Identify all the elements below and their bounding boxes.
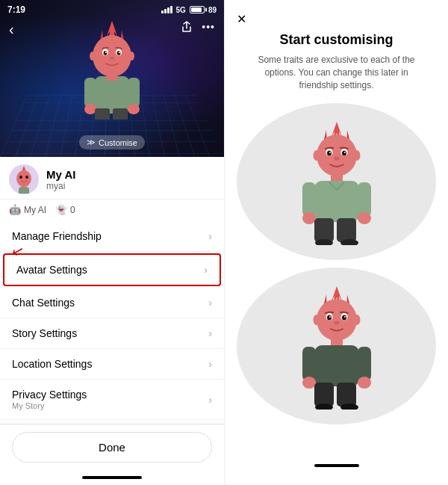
- avatar-option-2[interactable]: [237, 268, 436, 424]
- battery-level: 89: [208, 6, 217, 14]
- svg-rect-65: [302, 347, 316, 381]
- svg-rect-19: [95, 108, 110, 120]
- avatar-settings-label: Avatar Settings: [16, 264, 87, 276]
- chat-settings-label: Chat Settings: [12, 297, 75, 309]
- svg-rect-64: [314, 345, 359, 386]
- profile-avatar-small: [9, 164, 39, 194]
- svg-point-24: [25, 176, 28, 179]
- svg-point-17: [84, 104, 96, 114]
- chevron-icon: ›: [204, 264, 208, 276]
- phone-top-area: 7:19 5G 89 ‹: [0, 0, 224, 157]
- menu-item-send-profile[interactable]: Send Profile To ...: [0, 420, 224, 424]
- status-icons: 5G 89: [161, 6, 217, 14]
- customise-description: Some traits are exclusive to each of the…: [237, 54, 436, 91]
- svg-point-61: [313, 315, 320, 325]
- svg-rect-70: [337, 383, 356, 407]
- svg-point-36: [344, 152, 346, 153]
- menu-item-avatar-settings[interactable]: Avatar Settings ›: [3, 253, 221, 286]
- battery-icon: [190, 6, 205, 13]
- svg-rect-14: [107, 73, 117, 81]
- svg-point-11: [90, 52, 96, 61]
- svg-point-30: [317, 135, 357, 176]
- avatar-options: [237, 103, 436, 452]
- avatar-option-1[interactable]: [237, 103, 436, 260]
- close-button[interactable]: ✕: [237, 12, 436, 26]
- svg-point-68: [358, 377, 371, 389]
- svg-point-6: [104, 51, 108, 55]
- done-button[interactable]: Done: [12, 432, 212, 463]
- status-time: 7:19: [7, 4, 25, 15]
- signal-label: 5G: [176, 6, 186, 14]
- stat-score-value: 0: [70, 205, 75, 215]
- svg-point-45: [358, 212, 371, 224]
- stat-myai-label: My AI: [24, 205, 46, 215]
- svg-point-60: [334, 321, 339, 325]
- menu-item-story-settings[interactable]: Story Settings ›: [0, 318, 224, 349]
- right-panel: ✕ Start customising Some traits are excl…: [224, 0, 448, 485]
- svg-point-22: [16, 170, 31, 187]
- svg-point-37: [334, 157, 339, 161]
- story-settings-label: Story Settings: [12, 327, 77, 339]
- svg-point-58: [329, 316, 331, 318]
- menu-item-location-settings[interactable]: Location Settings ›: [0, 349, 224, 380]
- home-indicator: [0, 470, 224, 485]
- svg-rect-47: [337, 218, 356, 242]
- menu-item-chat-settings[interactable]: Chat Settings ›: [0, 288, 224, 318]
- more-options-icon[interactable]: •••: [202, 21, 215, 38]
- myai-icon: 🤖: [9, 204, 21, 215]
- svg-point-23: [19, 176, 22, 179]
- top-nav: ‹ •••: [0, 16, 224, 43]
- profile-section: My AI myai: [0, 157, 224, 200]
- svg-rect-13: [95, 76, 129, 114]
- nav-right-icons: •••: [181, 21, 215, 38]
- chevron-icon: ›: [208, 297, 212, 309]
- menu-item-manage-friendship[interactable]: Manage Friendship ›: [0, 221, 224, 252]
- svg-rect-69: [314, 383, 334, 407]
- svg-rect-43: [358, 182, 371, 217]
- svg-point-7: [117, 51, 121, 55]
- chevron-icon: ›: [208, 394, 212, 406]
- profile-info: My AI myai: [46, 168, 215, 191]
- chevron-icon: ›: [208, 358, 212, 370]
- svg-point-10: [110, 57, 114, 60]
- home-bar: [82, 476, 142, 479]
- svg-point-38: [313, 150, 320, 161]
- svg-point-34: [342, 151, 346, 156]
- profile-stats: 🤖 My AI 👻 0: [0, 204, 224, 221]
- customise-badge[interactable]: ≫ Customise: [79, 135, 145, 149]
- svg-point-33: [327, 151, 332, 156]
- avatar-settings-container: ↙ Avatar Settings ›: [0, 252, 224, 288]
- privacy-settings-label: Privacy Settings: [12, 389, 87, 401]
- privacy-settings-sublabel: My Story: [12, 401, 87, 410]
- svg-point-12: [128, 52, 134, 61]
- score-icon: 👻: [55, 204, 67, 215]
- chevron-icon: ›: [208, 327, 212, 339]
- profile-username: myai: [46, 181, 215, 191]
- chevron-icon: ›: [208, 230, 212, 242]
- svg-point-35: [329, 152, 331, 153]
- stat-score: 👻 0: [55, 204, 75, 215]
- svg-point-39: [353, 150, 360, 161]
- svg-point-56: [327, 315, 332, 321]
- manage-friendship-label: Manage Friendship: [12, 230, 102, 242]
- svg-point-59: [344, 316, 346, 318]
- back-icon[interactable]: ‹: [9, 21, 14, 38]
- svg-point-44: [302, 212, 316, 224]
- right-home-indicator: [314, 464, 359, 467]
- profile-name: My AI: [46, 168, 215, 181]
- svg-rect-20: [113, 108, 128, 120]
- menu-item-privacy-settings[interactable]: Privacy Settings My Story ›: [0, 380, 224, 420]
- left-panel: 7:19 5G 89 ‹: [0, 0, 224, 485]
- right-home-bar: [237, 458, 436, 473]
- share-icon[interactable]: [181, 21, 193, 38]
- svg-point-53: [317, 299, 357, 341]
- status-bar: 7:19 5G 89: [0, 0, 224, 16]
- menu-list: Manage Friendship › ↙ Avatar Settings › …: [0, 221, 224, 424]
- svg-rect-16: [128, 78, 140, 108]
- svg-point-67: [302, 377, 316, 389]
- svg-rect-46: [314, 218, 334, 242]
- svg-point-9: [119, 52, 120, 53]
- signal-bars-icon: [161, 6, 172, 13]
- svg-rect-15: [84, 78, 96, 108]
- svg-rect-66: [358, 347, 371, 381]
